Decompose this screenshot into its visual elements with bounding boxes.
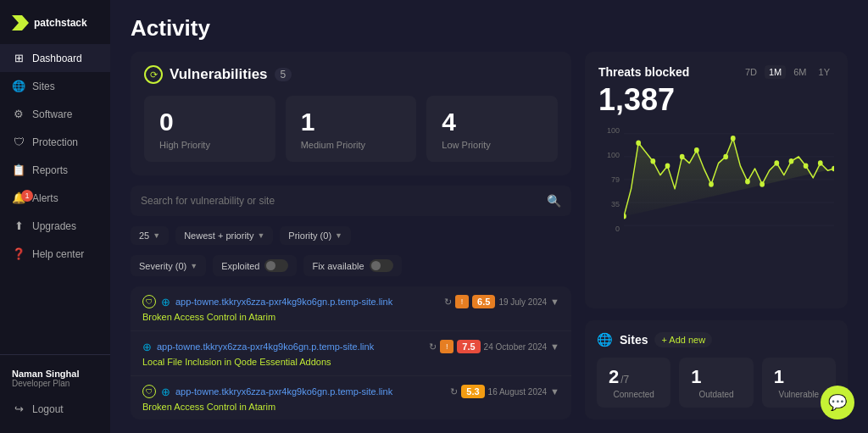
- help-icon: ❓: [12, 247, 25, 260]
- chat-button[interactable]: 💬: [821, 386, 854, 419]
- site-link[interactable]: app-towne.tkkryx6zza-pxr4kg9ko6gn.p.temp…: [157, 341, 424, 352]
- vulnerable-num: 1: [774, 366, 824, 388]
- vuln-item: 🛡 ⊕ app-towne.tkkryx6zza-pxr4kg9ko6gn.p.…: [131, 286, 571, 331]
- vulnerable-label: Vulnerable: [774, 390, 824, 399]
- user-plan: Developer Plan: [12, 379, 98, 388]
- stat-low-label: Low Priority: [442, 140, 542, 150]
- sidebar: patchstack ⊞ Dashboard 🌐 Sites ⚙ Softwar…: [0, 0, 110, 433]
- vuln-count: 5: [275, 68, 292, 81]
- threats-header: Threats blocked 7D 1M 6M 1Y: [598, 65, 834, 79]
- sidebar-item-protection[interactable]: 🛡 Protection: [0, 128, 110, 156]
- chart-label-0: 0: [598, 225, 620, 233]
- svg-point-7: [650, 158, 655, 164]
- filters-row-1: 25 ▼ Newest + priority ▼ Priority (0) ▼: [131, 226, 571, 245]
- filters-row-2: Severity (0) ▼ Exploited Fix available: [131, 255, 571, 276]
- svg-point-6: [636, 140, 641, 146]
- chart-label-79: 79: [598, 175, 620, 184]
- outdated-num: 1: [691, 366, 741, 388]
- date-text: 19 July 2024: [498, 297, 547, 307]
- score-badge: 6.5: [472, 295, 495, 308]
- sidebar-item-upgrades[interactable]: ⬆ Upgrades: [0, 212, 110, 240]
- threats-number: 1,387: [598, 82, 834, 118]
- sort-filter[interactable]: Newest + priority ▼: [175, 226, 273, 245]
- sites-stats: 2 /7 Connected 1 Outdated 1: [597, 358, 836, 408]
- stat-low-num: 4: [442, 108, 542, 136]
- sidebar-item-dashboard[interactable]: ⊞ Dashboard: [0, 44, 110, 72]
- patchstack-logo-icon: [12, 15, 29, 31]
- sidebar-item-reports[interactable]: 📋 Reports: [0, 156, 110, 184]
- stat-high-label: High Priority: [159, 140, 260, 150]
- severity-filter[interactable]: Severity (0) ▼: [131, 255, 206, 276]
- chevron-down-icon: ▼: [257, 231, 264, 240]
- sites-title: Sites: [620, 333, 648, 347]
- vuln-name[interactable]: Local File Inclusion in Qode Essential A…: [142, 357, 559, 367]
- per-page-filter[interactable]: 25 ▼: [131, 226, 169, 245]
- time-1y-button[interactable]: 1Y: [815, 65, 834, 79]
- exploited-toggle-box: [264, 259, 288, 272]
- sidebar-item-sites[interactable]: 🌐 Sites: [0, 72, 110, 100]
- expand-button[interactable]: ▼: [550, 297, 559, 307]
- protection-icon: 🛡: [12, 136, 25, 148]
- connected-label: Connected: [609, 390, 659, 399]
- logo-text: patchstack: [34, 17, 87, 29]
- wordpress-icon: ⊕: [161, 386, 170, 398]
- search-bar[interactable]: 🔍: [131, 186, 571, 216]
- svg-point-20: [832, 166, 834, 172]
- sites-outdated: 1 Outdated: [679, 358, 753, 408]
- svg-point-17: [789, 158, 794, 164]
- wordpress-icon: ⊕: [161, 296, 170, 308]
- threats-title: Threats blocked: [598, 65, 689, 79]
- date-text: 16 August 2024: [488, 387, 548, 397]
- alerts-badge: 1: [21, 190, 33, 202]
- fix-toggle-circle: [371, 261, 381, 270]
- vuln-title: Vulnerabilities: [170, 66, 268, 83]
- shield-icon: 🛡: [142, 295, 156, 308]
- outdated-label: Outdated: [691, 390, 741, 399]
- chevron-down-icon: ▼: [190, 262, 198, 270]
- svg-point-11: [709, 181, 714, 187]
- chat-icon: 💬: [828, 393, 847, 412]
- vuln-item-1-header: 🛡 ⊕ app-towne.tkkryx6zza-pxr4kg9ko6gn.p.…: [142, 295, 559, 308]
- sidebar-bottom: Naman Singhal Developer Plan ↪ Logout: [0, 354, 110, 423]
- chart-label-100b: 100: [598, 151, 620, 159]
- user-section: Naman Singhal Developer Plan: [0, 362, 110, 395]
- svg-point-8: [665, 164, 670, 169]
- logout-button[interactable]: ↪ Logout: [0, 395, 110, 423]
- sidebar-item-software[interactable]: ⚙ Software: [0, 100, 110, 128]
- exploited-toggle[interactable]: Exploited: [213, 255, 297, 276]
- time-1m-button[interactable]: 1M: [765, 65, 786, 79]
- reports-icon: 📋: [12, 164, 25, 176]
- fix-available-toggle[interactable]: Fix available: [303, 255, 401, 276]
- add-site-button[interactable]: + Add new: [654, 332, 712, 347]
- vuln-name[interactable]: Broken Access Control in Atarim: [142, 312, 559, 322]
- warning-icon: !: [440, 340, 453, 353]
- svg-point-12: [723, 154, 728, 160]
- chart-y-labels: 100 100 79 35 0: [598, 125, 620, 235]
- vuln-item-2-header: ⊕ app-towne.tkkryx6zza-pxr4kg9ko6gn.p.te…: [142, 340, 559, 353]
- expand-button[interactable]: ▼: [550, 386, 559, 397]
- time-6m-button[interactable]: 6M: [789, 65, 810, 79]
- search-input[interactable]: [141, 195, 540, 207]
- chart-area: [624, 125, 834, 235]
- logout-icon: ↪: [12, 402, 25, 415]
- score-badge: 5.3: [461, 385, 484, 398]
- chart-label-35: 35: [598, 200, 620, 208]
- dashboard-icon: ⊞: [12, 52, 25, 64]
- site-link[interactable]: app-towne.tkkryx6zza-pxr4kg9ko6gn.p.temp…: [175, 297, 439, 307]
- vuln-list: 🛡 ⊕ app-towne.tkkryx6zza-pxr4kg9ko6gn.p.…: [131, 286, 571, 419]
- stat-low-priority: 4 Low Priority: [426, 96, 558, 162]
- sidebar-item-help[interactable]: ❓ Help center: [0, 240, 110, 268]
- vuln-name[interactable]: Broken Access Control in Atarim: [142, 402, 559, 412]
- site-link[interactable]: app-towne.tkkryx6zza-pxr4kg9ko6gn.p.temp…: [175, 386, 445, 397]
- svg-point-16: [774, 160, 779, 166]
- score-badge: 7.5: [457, 340, 480, 353]
- svg-point-15: [760, 181, 765, 187]
- time-7d-button[interactable]: 7D: [741, 65, 761, 79]
- user-name: Naman Singhal: [12, 369, 98, 379]
- priority-filter[interactable]: Priority (0) ▼: [280, 226, 351, 245]
- left-column: Vulnerabilities 5 0 High Priority 1 Medi…: [131, 52, 571, 419]
- vuln-item: ⊕ app-towne.tkkryx6zza-pxr4kg9ko6gn.p.te…: [131, 331, 571, 376]
- sidebar-item-alerts[interactable]: 🔔 Alerts 1: [0, 184, 110, 212]
- expand-button[interactable]: ▼: [550, 341, 559, 352]
- item-icons: ↻ 5.3 16 August 2024 ▼: [450, 385, 559, 398]
